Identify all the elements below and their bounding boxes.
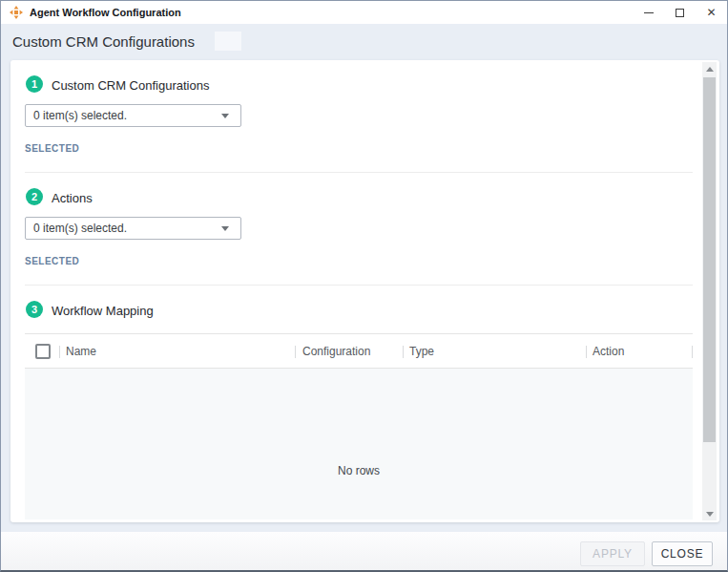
column-separator [692,346,693,358]
scroll-down-button[interactable] [702,507,717,520]
step-1-badge: 1 [26,75,43,93]
close-button[interactable]: ✕ [696,1,727,24]
column-header-action[interactable]: Action [593,345,624,358]
scroll-up-arrow-icon [706,67,714,72]
selected-label-actions: SELECTED [25,256,79,266]
app-move-cross-icon [10,6,23,19]
step-2-badge: 2 [26,188,43,205]
column-separator [586,346,587,358]
table-header: Name Configuration Type Action [25,333,693,369]
vertical-scrollbar[interactable] [702,62,717,520]
dropdown-value: 0 item(s) selected. [33,222,221,235]
chevron-down-icon [221,114,229,118]
apply-button[interactable]: APPLY [580,541,645,566]
actions-dropdown[interactable]: 0 item(s) selected. [25,217,241,240]
column-header-type[interactable]: Type [409,345,434,358]
minimize-button[interactable] [633,1,664,24]
minimize-icon [644,12,654,13]
select-all-checkbox[interactable] [35,344,51,359]
maximize-icon [676,9,684,17]
dropdown-value: 0 item(s) selected. [33,109,221,122]
close-icon: ✕ [706,7,716,18]
content-panel: 1 Custom CRM Configurations 0 item(s) se… [10,60,719,522]
scroll-down-arrow-icon [706,512,714,517]
agent-workflow-configuration-window: Agent Workflow Configuration ✕ Custom CR… [0,0,728,572]
scrollbar-thumb[interactable] [703,77,716,442]
column-separator [295,346,296,358]
section-2-title: Actions [52,191,93,205]
column-separator [59,346,60,358]
empty-table-message: No rows [25,464,693,477]
section-divider [25,285,693,286]
maximize-button[interactable] [664,1,696,24]
page-title: Custom CRM Configurations [12,33,195,50]
custom-crm-configurations-dropdown[interactable]: 0 item(s) selected. [25,104,241,127]
titlebar: Agent Workflow Configuration ✕ [1,1,727,24]
page-header: Custom CRM Configurations [1,24,727,58]
column-separator [403,346,404,358]
window-title: Agent Workflow Configuration [30,7,181,18]
selected-label-configurations: SELECTED [25,143,79,154]
section-1-title: Custom CRM Configurations [52,78,209,93]
footer: APPLY CLOSE [1,532,727,571]
window-controls: ✕ [633,1,727,24]
column-header-name[interactable]: Name [66,345,96,358]
section-3-title: Workflow Mapping [52,304,154,318]
chevron-down-icon [221,226,229,231]
workflow-mapping-table: Name Configuration Type Action No rows [25,333,693,519]
section-divider [25,172,693,173]
scroll-up-button[interactable] [702,62,717,75]
column-header-configuration[interactable]: Configuration [302,345,370,358]
header-highlight [215,32,241,51]
step-3-badge: 3 [26,301,43,318]
table-body: No rows [25,369,693,519]
close-dialog-button[interactable]: CLOSE [652,541,713,566]
